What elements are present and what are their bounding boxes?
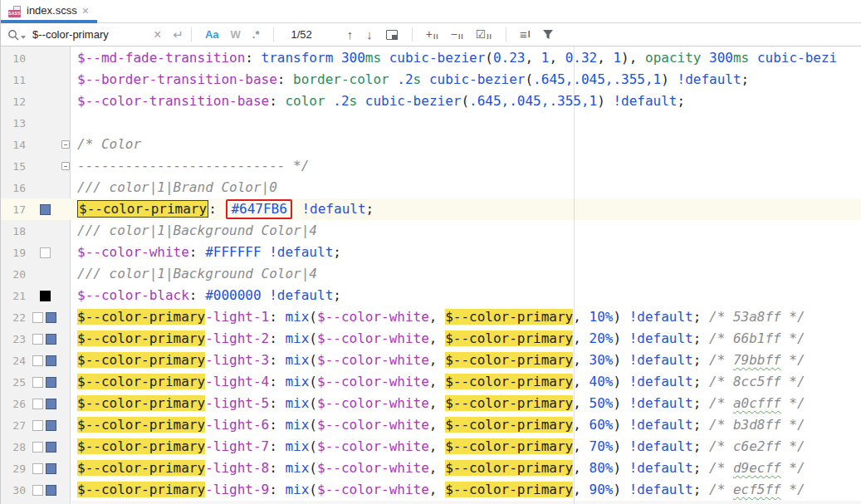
color-preview-swatch[interactable] [32,355,43,366]
color-preview-swatch[interactable] [46,399,56,409]
code-token: ; [693,374,709,389]
color-preview-swatch[interactable] [46,442,56,453]
next-occurrence-button[interactable]: ↓ [366,27,373,42]
code-token: , [573,460,589,476]
code-line[interactable]: 22$--color-primary-light-1: mix($--color… [1,306,861,328]
search-input[interactable]: $--color-primary [32,28,154,41]
color-preview-swatch[interactable] [40,291,51,301]
code-line[interactable]: 20/// color|1|Background Color|4 [1,263,861,285]
code-line[interactable]: 16/// color|1|Brand Color|0 [1,177,861,198]
code-token: ( [309,352,317,368]
color-preview-swatch[interactable] [32,485,43,496]
color-preview-swatch[interactable] [46,485,56,496]
remove-occurrence-button[interactable]: −II [451,28,464,41]
code-line[interactable]: 10$--md-fade-transition: transform 300ms… [1,47,861,69]
match-case-toggle[interactable]: Aa [205,28,219,41]
code-token: /* [709,309,733,325]
fold-marker-icon[interactable] [61,140,70,149]
code-line[interactable]: 13 [1,112,861,134]
code-line[interactable]: 11$--border-transition-base: border-colo… [1,69,861,91]
code-line[interactable]: 30$--color-primary-light-9: mix($--color… [1,479,861,501]
code-token: ; [366,201,374,217]
code-token: cubic-bezier [365,93,462,109]
fold-marker-icon[interactable] [61,162,70,170]
clear-search-icon[interactable]: × [154,28,161,42]
line-number: 30 [2,484,26,497]
code-token: b3d8ff [733,417,781,433]
search-match: $--color-primary [445,352,573,368]
color-preview-swatch[interactable] [32,334,43,345]
code-token: !default [629,417,693,433]
color-preview-swatch[interactable] [32,377,43,388]
color-preview-swatch[interactable] [32,420,43,431]
code-token: /// color|1|Background Color|4 [77,266,317,281]
code-editor[interactable]: 10$--md-fade-transition: transform 300ms… [1,46,861,504]
code-token: , [429,374,445,389]
gutter-cell: 17 [1,198,71,220]
code-token: , [573,438,589,454]
tab-close-icon[interactable]: × [82,5,89,18]
code-line[interactable]: 21$--color-black: #000000 !default; [1,285,861,306]
color-preview-swatch[interactable] [46,312,56,323]
color-preview-swatch[interactable] [32,312,43,323]
code-line[interactable]: 29$--color-primary-light-8: mix($--color… [1,458,861,479]
code-line[interactable]: 14/* Color [1,134,861,155]
color-preview-swatch[interactable] [32,442,43,453]
code-line[interactable]: 28$--color-primary-light-7: mix($--color… [1,436,861,458]
code-line[interactable]: 19$--color-white: #FFFFFF !default; [1,242,861,263]
code-token: .645,.045,.355,1 [533,71,661,87]
code-line[interactable]: 17$--color-primary: #647FB6 !default; [1,198,861,220]
code-text: $--color-primary-light-6: mix($--color-w… [71,414,805,436]
code-line[interactable]: 23$--color-primary-light-2: mix($--color… [1,328,861,350]
color-preview-swatch[interactable] [40,204,51,215]
line-number: 23 [2,333,26,345]
code-token: $--border-transition-base [77,71,277,87]
line-number: 22 [2,311,26,324]
code-token: ( [461,93,469,109]
code-line[interactable]: 27$--color-primary-light-6: mix($--color… [1,414,861,436]
words-toggle[interactable]: W [231,28,241,41]
filter-icon[interactable] [542,29,554,40]
tab-index-scss[interactable]: SASS index.scss × [1,0,97,22]
code-token: $--color-white [77,244,189,260]
color-preview-swatch[interactable] [46,334,56,345]
in-selection-toggle[interactable]: ≡I [520,27,531,42]
select-all-occurrences-button[interactable]: ☑II [476,28,492,41]
previous-occurrence-button[interactable]: ↑ [347,27,354,42]
color-preview-swatch[interactable] [40,247,51,258]
horizontal-scrollbar[interactable] [71,501,861,504]
color-preview-swatch[interactable] [32,463,43,474]
code-text: $--color-primary-light-7: mix($--color-w… [71,436,805,458]
code-line[interactable]: 24$--color-primary-light-3: mix($--color… [1,350,861,371]
code-token: cubic-bezier [429,71,526,87]
search-match: $--color-primary [77,482,205,497]
color-preview-swatch[interactable] [32,399,43,409]
code-token: ( [309,395,317,411]
code-text: $--color-primary-light-4: mix($--color-w… [71,371,805,393]
code-text: $--color-black: #000000 !default; [71,285,341,306]
gutter-cell: 22 [1,306,71,328]
open-in-find-window-icon[interactable] [386,30,398,40]
code-line[interactable]: 26$--color-primary-light-5: mix($--color… [1,393,861,414]
code-line[interactable]: 15-------------------------- */ [1,155,861,177]
code-token: -light-1 [205,309,269,325]
color-preview-swatch[interactable] [46,377,56,388]
newline-icon[interactable]: ↵ [173,27,183,42]
code-text: $--color-white: #FFFFFF !default; [71,242,341,263]
color-preview-swatch[interactable] [46,463,56,474]
search-match: $--color-primary [77,374,205,389]
search-icon[interactable] [7,29,26,41]
code-line[interactable]: 12$--color-transition-base: color .2s cu… [1,91,861,112]
code-token: -light-8 [205,460,269,476]
code-line[interactable]: 18/// color|1|Background Color|4 [1,220,861,242]
code-token: , [429,395,445,411]
regex-toggle[interactable]: .* [252,28,260,41]
color-preview-swatch[interactable] [46,420,56,431]
code-token: : [269,309,285,325]
code-text: $--color-primary-light-1: mix($--color-w… [71,306,805,328]
code-line[interactable]: 25$--color-primary-light-4: mix($--color… [1,371,861,393]
color-preview-swatch[interactable] [46,355,56,366]
code-token: : [269,417,285,433]
code-token: !default [629,330,693,346]
add-occurrence-button[interactable]: +II [426,28,439,41]
